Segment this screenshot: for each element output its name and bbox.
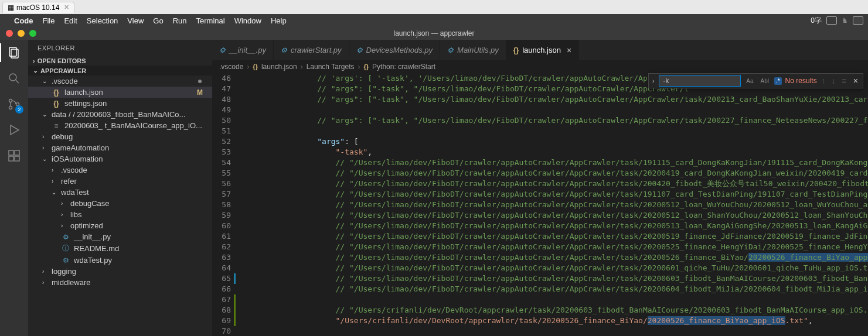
window-zoom-icon[interactable] [29, 30, 36, 37]
svg-point-2 [9, 74, 16, 81]
folder-label: iOSAutomation [52, 155, 103, 163]
file-data-txt[interactable]: ≡ 20200603_ t_BanMaAICourse_app_iO... [28, 120, 212, 131]
menu-help[interactable]: Help [271, 16, 287, 25]
close-icon[interactable]: × [851, 76, 860, 85]
tab-init-py[interactable]: ⚙ __init__.py [212, 40, 274, 60]
chevron-right-icon: › [42, 133, 48, 140]
status-text: 0字 [811, 16, 822, 26]
breadcrumb-segment[interactable]: .vscode [219, 63, 243, 71]
git-modified-badge: M [197, 88, 207, 97]
folder-debugcase[interactable]: › debugCase [28, 198, 212, 209]
window-close-icon[interactable] [6, 30, 13, 37]
status-icon-1[interactable] [826, 16, 837, 25]
chevron-down-icon: ⌄ [42, 78, 48, 84]
tab-mainutils[interactable]: ⚙ MainUtils.py [440, 40, 506, 60]
open-editors-section[interactable]: › OPEN EDITORS [28, 56, 212, 66]
folder-iosautomation[interactable]: ⌄ iOSAutomation [28, 153, 212, 164]
status-icon-2[interactable] [853, 16, 863, 25]
extensions-icon[interactable] [6, 148, 22, 164]
menu-file[interactable]: File [43, 16, 55, 25]
tab-crawlerstart[interactable]: ⚙ crawlerStart.py [274, 40, 349, 60]
editor-tabs: ⚙ __init__.py ⚙ crawlerStart.py ⚙ Device… [212, 40, 868, 60]
window-minimize-icon[interactable] [18, 30, 25, 37]
menu-run[interactable]: Run [173, 16, 187, 25]
json-file-icon: {} [363, 63, 369, 70]
find-input[interactable] [659, 75, 741, 87]
expand-replace-icon[interactable]: › [651, 78, 655, 84]
menu-window[interactable]: Window [234, 16, 261, 25]
folder-middleware[interactable]: › middleware [28, 277, 212, 288]
breadcrumb-segment[interactable]: Launch Targets [307, 63, 355, 71]
find-in-selection-icon[interactable]: ≡ [840, 76, 847, 85]
python-file-icon: ⚙ [281, 46, 287, 54]
file-init-py[interactable]: ⚙ __init__.py [28, 231, 212, 242]
run-debug-icon[interactable] [6, 122, 22, 138]
previous-match-icon[interactable]: ↑ [821, 76, 827, 85]
project-section[interactable]: ⌄ APPCRAWLER [28, 66, 212, 76]
code-content[interactable]: // 'args': [ '-task', '/Users/limao/dev/… [239, 73, 868, 336]
chevron-down-icon: ⌄ [52, 189, 57, 196]
folder-refer[interactable]: › refer [28, 176, 212, 187]
json-file-icon: {} [52, 100, 61, 108]
folder-label: refer [61, 177, 77, 186]
folder-vscode[interactable]: ⌄ .vscode [28, 76, 212, 87]
json-file-icon: {} [52, 88, 61, 97]
folder-libs[interactable]: › libs [28, 209, 212, 220]
find-result-text: No results [785, 77, 817, 85]
file-launch-json[interactable]: {} launch.json M [28, 87, 212, 98]
menu-go[interactable]: Go [153, 16, 163, 25]
menu-edit[interactable]: Edit [64, 16, 77, 25]
title-bar: launch.json — appcrawler [0, 27, 868, 40]
chevron-down-icon: ⌄ [42, 156, 48, 162]
folder-logging[interactable]: › logging [28, 266, 212, 277]
next-match-icon[interactable]: ↓ [830, 76, 837, 85]
folder-debug[interactable]: › debug [28, 131, 212, 142]
explorer-icon[interactable] [6, 44, 22, 61]
menu-app-name[interactable]: Code [14, 16, 33, 25]
svg-rect-8 [9, 150, 13, 155]
tab-label: crawlerStart.py [291, 46, 342, 54]
breadcrumb[interactable]: .vscode › {} launch.json › Launch Target… [212, 60, 868, 73]
menu-view[interactable]: View [127, 16, 144, 25]
whole-word-toggle[interactable]: Abl [758, 77, 770, 85]
info-file-icon: ⓘ [61, 244, 70, 253]
file-tree: ⌄ .vscode {} launch.json M {} settings.j… [28, 76, 212, 288]
chevron-right-icon: › [52, 167, 57, 173]
breadcrumb-segment[interactable]: Python: crawlerStart [372, 63, 435, 71]
source-control-icon[interactable]: 2 [6, 96, 22, 112]
file-readme[interactable]: ⓘ README.md [28, 242, 212, 255]
folder-wdatest[interactable]: ⌄ wdaTest [28, 187, 212, 198]
vm-tab-bar: ▦ macOS 10.14 ✕ [0, 0, 868, 14]
text-file-icon: ≡ [52, 122, 61, 130]
breadcrumb-segment[interactable]: launch.json [261, 63, 297, 71]
close-icon[interactable]: ✕ [64, 4, 69, 11]
menu-selection[interactable]: Selection [87, 16, 118, 25]
match-case-toggle[interactable]: Aa [744, 77, 755, 85]
folder-optimized[interactable]: › optimized [28, 220, 212, 231]
vm-tab[interactable]: ▦ macOS 10.14 ✕ [2, 2, 74, 13]
status-icon-horse[interactable]: ♞ [842, 16, 848, 25]
folder-ios-vscode[interactable]: › .vscode [28, 164, 212, 176]
close-icon[interactable]: × [567, 46, 571, 55]
folder-gameautomation[interactable]: › gameAutomation [28, 142, 212, 153]
project-label: APPCRAWLER [40, 67, 86, 74]
python-file-icon: ⚙ [61, 256, 70, 265]
svg-line-3 [16, 80, 19, 83]
search-icon[interactable] [6, 70, 22, 87]
file-settings-json[interactable]: {} settings.json [28, 98, 212, 109]
code-editor[interactable]: 4647484950515253545556575859606162636465… [212, 73, 868, 336]
svg-point-4 [9, 100, 12, 102]
chevron-down-icon: ⌄ [42, 111, 48, 118]
editor-area: ⚙ __init__.py ⚙ crawlerStart.py ⚙ Device… [212, 40, 868, 336]
python-file-icon: ⚙ [219, 46, 226, 54]
tab-label: DevicesMethods.py [366, 46, 433, 54]
tab-launch-json[interactable]: {} launch.json × [506, 40, 579, 60]
regex-toggle[interactable]: .* [774, 77, 782, 85]
file-label: wdaTest.py [74, 256, 112, 265]
tab-devicesmethods[interactable]: ⚙ DevicesMethods.py [349, 40, 440, 60]
tab-label: launch.json [522, 46, 561, 54]
menu-terminal[interactable]: Terminal [196, 16, 225, 25]
file-wdatest-py[interactable]: ⚙ wdaTest.py [28, 255, 212, 266]
folder-data[interactable]: ⌄ data / / 20200603_fibodt_BanMaAICo... [28, 109, 212, 120]
vscode-window: launch.json — appcrawler 2 EXPLORER [0, 27, 868, 336]
